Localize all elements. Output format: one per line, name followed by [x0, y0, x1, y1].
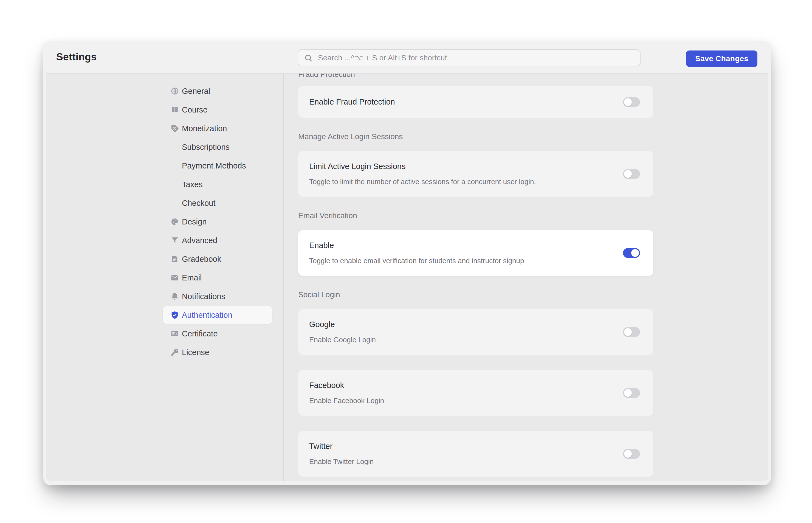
section-heading-social-login: Social Login	[298, 290, 653, 300]
card-title: Limit Active Login Sessions	[309, 162, 623, 171]
sidebar-item-label: Subscriptions	[182, 143, 229, 152]
limit-sessions-card: Limit Active Login Sessions Toggle to li…	[298, 151, 653, 197]
toggle-knob	[624, 450, 632, 458]
funnel-icon	[170, 236, 179, 245]
sidebar-nav: General Course	[163, 82, 272, 361]
sidebar-item-label: Authentication	[182, 311, 232, 320]
email-verification-toggle[interactable]	[623, 248, 640, 258]
sidebar-item-checkout[interactable]: Checkout	[163, 194, 272, 212]
fraud-protection-card: Enable Fraud Protection	[298, 86, 653, 118]
key-icon	[170, 348, 179, 357]
book-icon	[170, 105, 179, 114]
search-box	[298, 49, 641, 67]
google-login-card: Google Enable Google Login	[298, 309, 653, 355]
settings-content-scroll-area[interactable]: Fraud Protection Enable Fraud Protection…	[284, 74, 768, 481]
card-title: Google	[309, 320, 623, 329]
gradebook-icon	[170, 255, 179, 264]
sidebar-item-authentication[interactable]: Authentication	[163, 306, 272, 324]
sidebar-item-taxes[interactable]: Taxes	[163, 176, 272, 193]
facebook-login-card: Facebook Enable Facebook Login	[298, 370, 653, 416]
sidebar-item-label: Email	[182, 273, 202, 282]
window-header: Settings Save Changes	[46, 41, 768, 73]
card-description: Toggle to limit the number of active ses…	[309, 178, 623, 186]
fraud-protection-toggle[interactable]	[623, 97, 640, 107]
sidebar-item-label: Certificate	[182, 329, 218, 338]
search-icon	[304, 54, 312, 62]
sidebar-item-label: Taxes	[182, 180, 203, 189]
shield-check-icon	[170, 311, 179, 319]
google-login-toggle[interactable]	[623, 327, 640, 337]
sidebar-item-email[interactable]: Email	[163, 269, 272, 287]
facebook-login-toggle[interactable]	[623, 388, 640, 398]
sidebar-item-advanced[interactable]: Advanced	[163, 232, 272, 249]
certificate-icon	[170, 329, 179, 338]
settings-body: General Course	[46, 74, 768, 481]
sidebar-item-certificate[interactable]: Certificate	[163, 325, 272, 342]
sidebar-item-notifications[interactable]: Notifications	[163, 288, 272, 305]
palette-icon	[170, 217, 179, 226]
sidebar-item-payment-methods[interactable]: Payment Methods	[163, 157, 272, 175]
toggle-knob	[631, 249, 639, 257]
card-title: Facebook	[309, 381, 623, 390]
card-description: Enable Facebook Login	[309, 397, 623, 405]
sidebar-item-label: Notifications	[182, 292, 225, 301]
sidebar-item-label: Payment Methods	[182, 161, 246, 170]
twitter-login-toggle[interactable]	[623, 449, 640, 459]
sidebar-item-design[interactable]: Design	[163, 213, 272, 231]
card-description: Enable Google Login	[309, 336, 623, 344]
section-heading-email-verification: Email Verification	[298, 211, 653, 220]
card-description: Toggle to enable email verification for …	[309, 256, 623, 265]
section-heading-login-sessions: Manage Active Login Sessions	[298, 132, 653, 141]
sidebar-item-label: Checkout	[182, 199, 216, 208]
sidebar-item-license[interactable]: License	[163, 344, 272, 361]
settings-window: Settings Save Changes	[43, 41, 771, 485]
tag-percent-icon	[170, 124, 179, 133]
settings-content: Fraud Protection Enable Fraud Protection…	[298, 74, 653, 476]
toggle-knob	[624, 98, 632, 106]
sidebar-item-general[interactable]: General	[163, 82, 272, 100]
section-heading-fraud-protection: Fraud Protection	[298, 74, 653, 79]
card-title: Enable Fraud Protection	[309, 97, 623, 106]
sidebar-item-label: Monetization	[182, 124, 227, 133]
sidebar-item-label: General	[182, 87, 210, 96]
card-description: Enable Twitter Login	[309, 457, 623, 466]
search-input[interactable]	[317, 53, 634, 62]
limit-sessions-toggle[interactable]	[623, 169, 640, 179]
sidebar-item-label: Design	[182, 217, 207, 227]
bell-icon	[170, 292, 179, 301]
envelope-icon	[170, 273, 179, 282]
card-title: Twitter	[309, 442, 623, 451]
toggle-knob	[624, 389, 632, 397]
toggle-knob	[624, 328, 632, 336]
sidebar-item-label: Gradebook	[182, 255, 221, 264]
sidebar-item-monetization[interactable]: Monetization	[163, 120, 272, 137]
email-verification-card: Enable Toggle to enable email verificati…	[298, 230, 653, 276]
page-title: Settings	[56, 41, 97, 73]
twitter-login-card: Twitter Enable Twitter Login	[298, 431, 653, 476]
sidebar-item-subscriptions[interactable]: Subscriptions	[163, 138, 272, 156]
toggle-knob	[624, 170, 632, 178]
sidebar-item-label: Course	[182, 105, 208, 114]
globe-icon	[170, 87, 179, 95]
settings-sidebar: General Course	[46, 74, 283, 481]
save-changes-button[interactable]: Save Changes	[686, 51, 757, 67]
card-title: Enable	[309, 241, 623, 250]
sidebar-item-course[interactable]: Course	[163, 101, 272, 119]
sidebar-item-gradebook[interactable]: Gradebook	[163, 250, 272, 268]
sidebar-item-label: Advanced	[182, 236, 217, 245]
sidebar-item-label: License	[182, 348, 209, 357]
